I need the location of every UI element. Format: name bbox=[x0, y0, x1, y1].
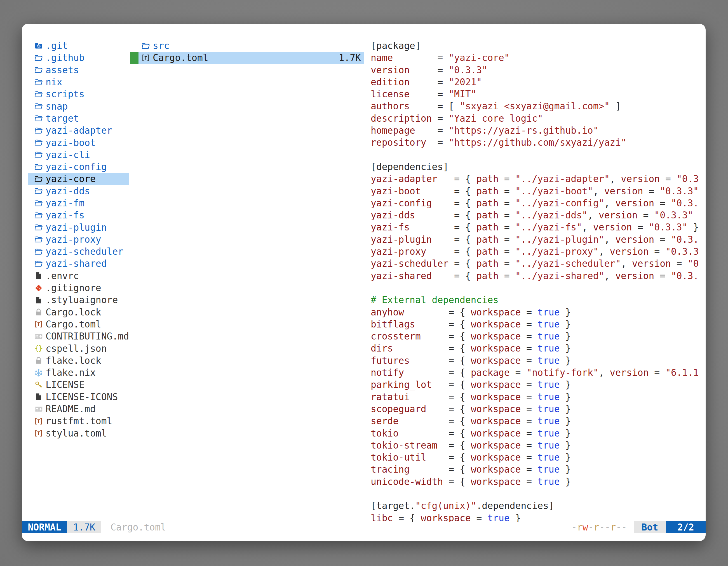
preview-code-line: notify = { package = "notify-fork", vers… bbox=[371, 366, 706, 379]
item-label: Cargo.lock bbox=[46, 307, 101, 318]
folder-open-icon bbox=[34, 139, 43, 147]
sidebar-item-yazi-adapter[interactable]: yazi-adapter bbox=[28, 125, 129, 137]
item-label: yazi-fm bbox=[46, 198, 84, 209]
preview-code-line: [dependencies] bbox=[371, 161, 706, 173]
preview-code-line: serde = { workspace = true } bbox=[371, 415, 706, 427]
sidebar-item-cspell.json[interactable]: cspell.json bbox=[28, 342, 129, 354]
sidebar-item-target[interactable]: target bbox=[28, 112, 129, 125]
item-label: README.md bbox=[46, 403, 96, 414]
sidebar-item-yazi-dds[interactable]: yazi-dds bbox=[28, 185, 129, 197]
toml-icon-dark bbox=[142, 54, 150, 62]
item-label: yazi-fs bbox=[46, 210, 84, 221]
sidebar-item-yazi-shared[interactable]: yazi-shared bbox=[28, 258, 129, 270]
sidebar-item-assets[interactable]: assets bbox=[28, 64, 129, 76]
lock-icon bbox=[34, 308, 43, 316]
preview-code-line: description = "Yazi core logic" bbox=[371, 112, 706, 125]
sidebar-item-nix[interactable]: nix bbox=[28, 76, 129, 88]
toml-icon bbox=[34, 417, 43, 425]
sidebar-item-yazi-fs[interactable]: yazi-fs bbox=[28, 209, 129, 221]
item-label: yazi-cli bbox=[46, 149, 90, 160]
file-size: 1.7K bbox=[339, 52, 361, 63]
status-bar: NORMAL 1.7K Cargo.toml -rw-r--r-- Bot 2/… bbox=[22, 521, 706, 533]
markdown-icon bbox=[34, 332, 43, 340]
folder-open-icon bbox=[34, 66, 43, 74]
folder-open-icon bbox=[34, 187, 43, 195]
file-icon bbox=[34, 272, 43, 280]
item-label: cspell.json bbox=[46, 343, 107, 354]
sidebar-item-snap[interactable]: snap bbox=[28, 100, 129, 112]
preview-code-line: tracing = { workspace = true } bbox=[371, 463, 706, 475]
folder-open-icon bbox=[142, 42, 150, 50]
sidebar-item-LICENSE[interactable]: LICENSE bbox=[28, 379, 129, 391]
folder-open-icon bbox=[34, 175, 43, 183]
sidebar-item-yazi-cli[interactable]: yazi-cli bbox=[28, 149, 129, 161]
json-icon bbox=[34, 344, 43, 353]
preview-code-line: name = "yazi-core" bbox=[371, 52, 706, 64]
preview-code-line: tokio = { workspace = true } bbox=[371, 427, 706, 439]
folder-open-icon bbox=[34, 102, 43, 111]
sidebar-item-yazi-scheduler[interactable]: yazi-scheduler bbox=[28, 246, 129, 258]
folder-open-icon bbox=[34, 248, 43, 256]
sidebar-item-.gitignore[interactable]: .gitignore bbox=[28, 282, 129, 294]
item-label: .envrc bbox=[46, 271, 79, 281]
pane-divider bbox=[132, 29, 132, 520]
file-permissions: -rw-r--r-- bbox=[571, 522, 627, 533]
item-label: scripts bbox=[46, 89, 84, 100]
preview-code-line: yazi-dds = { path = "../yazi-dds", versi… bbox=[371, 209, 706, 221]
preview-code-line: yazi-plugin = { path = "../yazi-plugin",… bbox=[371, 234, 706, 246]
item-label: rustfmt.toml bbox=[46, 415, 112, 426]
sidebar-item-Cargo.lock[interactable]: Cargo.lock bbox=[28, 306, 129, 318]
item-label: yazi-scheduler bbox=[46, 246, 123, 257]
item-label: Cargo.toml bbox=[153, 52, 208, 63]
file-preview-pane[interactable]: [package]name = "yazi-core"version = "0.… bbox=[371, 40, 706, 522]
key-icon bbox=[34, 380, 43, 389]
folder-open-icon bbox=[34, 90, 43, 98]
preview-code-line: [target."cfg(unix)".dependencies] bbox=[371, 500, 706, 512]
preview-code-line: futures = { workspace = true } bbox=[371, 354, 706, 366]
preview-code-line: dirs = { workspace = true } bbox=[371, 342, 706, 354]
parent-directory-pane[interactable]: .git.githubassetsnixscriptssnaptargetyaz… bbox=[22, 40, 130, 439]
sidebar-item-Cargo.toml[interactable]: Cargo.toml bbox=[28, 318, 129, 330]
sidebar-item-.github[interactable]: .github bbox=[28, 52, 129, 64]
folder-open-icon bbox=[34, 211, 43, 220]
item-label: yazi-shared bbox=[46, 258, 107, 269]
sidebar-item-yazi-fm[interactable]: yazi-fm bbox=[28, 197, 129, 209]
sidebar-item-yazi-config[interactable]: yazi-config bbox=[28, 161, 129, 173]
sidebar-item-.envrc[interactable]: .envrc bbox=[28, 270, 129, 282]
sidebar-item-yazi-proxy[interactable]: yazi-proxy bbox=[28, 234, 129, 246]
item-label: CONTRIBUTING.md bbox=[46, 331, 129, 342]
toml-icon bbox=[34, 320, 43, 328]
folder-open-icon bbox=[34, 163, 43, 171]
sidebar-item-.styluaignore[interactable]: .styluaignore bbox=[28, 294, 129, 306]
sidebar-item-rustfmt.toml[interactable]: rustfmt.toml bbox=[28, 415, 129, 427]
preview-code-line: yazi-shared = { path = "../yazi-shared",… bbox=[371, 270, 706, 282]
sidebar-item-LICENSE-ICONS[interactable]: LICENSE-ICONS bbox=[28, 391, 129, 403]
file-item-Cargo.toml[interactable]: Cargo.toml1.7K bbox=[130, 52, 364, 64]
sidebar-item-yazi-core[interactable]: yazi-core bbox=[28, 173, 129, 185]
sidebar-item-README.md[interactable]: README.md bbox=[28, 403, 129, 415]
item-label: yazi-dds bbox=[46, 186, 90, 197]
preview-code-line: yazi-fs = { path = "../yazi-fs", version… bbox=[371, 221, 706, 233]
sidebar-item-flake.lock[interactable]: flake.lock bbox=[28, 354, 129, 366]
sidebar-item-yazi-plugin[interactable]: yazi-plugin bbox=[28, 221, 129, 233]
preview-code-line: parking_lot = { workspace = true } bbox=[371, 379, 706, 391]
sidebar-item-scripts[interactable]: scripts bbox=[28, 88, 129, 100]
sidebar-item-yazi-boot[interactable]: yazi-boot bbox=[28, 137, 129, 149]
sidebar-item-stylua.toml[interactable]: stylua.toml bbox=[28, 427, 129, 439]
markdown-icon bbox=[34, 405, 43, 413]
preview-code-line: yazi-proxy = { path = "../yazi-proxy", v… bbox=[371, 246, 706, 258]
preview-code-line: unicode-width = { workspace = true } bbox=[371, 476, 706, 488]
file-item-src[interactable]: src bbox=[130, 40, 364, 52]
item-label: LICENSE-ICONS bbox=[46, 391, 118, 402]
file-row-body: Cargo.toml1.7K bbox=[138, 52, 364, 64]
sidebar-item-flake.nix[interactable]: flake.nix bbox=[28, 366, 129, 379]
preview-code-line: yazi-adapter = { path = "../yazi-adapter… bbox=[371, 173, 706, 185]
item-label: Cargo.toml bbox=[46, 319, 101, 330]
lock-icon bbox=[34, 356, 43, 365]
preview-code-line: yazi-config = { path = "../yazi-config",… bbox=[371, 197, 706, 209]
current-directory-pane[interactable]: srcCargo.toml1.7K bbox=[130, 40, 364, 64]
item-label: flake.nix bbox=[46, 367, 96, 378]
mode-indicator: NORMAL bbox=[22, 521, 67, 533]
sidebar-item-CONTRIBUTING.md[interactable]: CONTRIBUTING.md bbox=[28, 330, 129, 342]
sidebar-item-.git[interactable]: .git bbox=[28, 40, 129, 52]
